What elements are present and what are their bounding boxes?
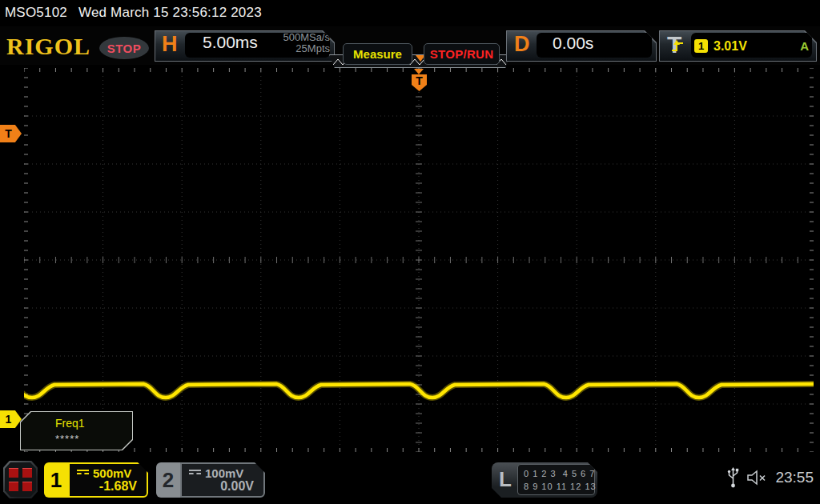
- trigger-level-marker[interactable]: T: [0, 125, 22, 142]
- channel1-level-marker[interactable]: 1: [0, 410, 22, 428]
- clock: 23:55: [775, 469, 814, 486]
- channel1-number: 1: [44, 462, 68, 498]
- trigger-level-value[interactable]: 3.01V: [713, 39, 747, 54]
- channel1-offset: -1.68V: [99, 479, 137, 494]
- rigol-logo: RIGOL: [6, 33, 90, 60]
- logic-label: L: [499, 467, 512, 492]
- rising-edge-icon: [670, 39, 685, 53]
- trigger-position-icon[interactable]: [414, 69, 424, 74]
- channel1-button[interactable]: 1 500mV -1.68V: [44, 462, 148, 498]
- channel2-offset: 0.00V: [220, 479, 254, 494]
- datetime: Wed March 15 23:56:12 2023: [78, 5, 262, 21]
- menu-grid-icon: [5, 462, 36, 497]
- oscilloscope-screen: MSO5102 Wed March 15 23:56:12 2023 RIGOL…: [0, 0, 820, 504]
- measurement-value: *****: [55, 433, 79, 445]
- titlebar: MSO5102 Wed March 15 23:56:12 2023: [0, 0, 820, 26]
- stop-run-button[interactable]: STOP/RUN: [424, 43, 500, 65]
- usb-icon: [727, 467, 739, 488]
- channel2-button[interactable]: 2 100mV 0.00V: [156, 462, 265, 498]
- speaker-muted-icon: [746, 470, 768, 486]
- dc-coupling-icon: [189, 470, 201, 477]
- logic-row2: 8 9 10 11 12 13 14 15: [524, 480, 594, 493]
- model-name: MSO5102: [5, 5, 67, 21]
- measurement-box[interactable]: Freq1 *****: [20, 411, 133, 450]
- logic-channels-button[interactable]: L 0 1 2 3 4 5 6 7 8 9 10 11 12 13 14 15: [492, 462, 597, 498]
- waveform-display[interactable]: [24, 68, 814, 452]
- logic-channel-list: 0 1 2 3 4 5 6 7 8 9 10 11 12 13 14 15: [517, 464, 595, 495]
- channel2-scale: 100mV: [205, 466, 243, 480]
- horizontal-panel[interactable]: H 5.00ms 500MSa/s 25Mpts: [155, 30, 335, 62]
- sample-rate: 500MSa/s: [283, 31, 330, 43]
- channel2-number: 2: [156, 462, 180, 498]
- logic-row1: 0 1 2 3 4 5 6 7: [524, 467, 594, 480]
- measurement-name: Freq1: [55, 417, 85, 430]
- menu-grid-button[interactable]: [3, 461, 38, 498]
- run-state-badge: STOP: [99, 37, 149, 59]
- delay-value[interactable]: 0.00s: [553, 34, 593, 53]
- delay-label: D: [514, 32, 530, 57]
- trigger-panel[interactable]: T 1 3.01V A: [659, 30, 817, 62]
- trigger-source-badge: 1: [694, 39, 708, 53]
- delay-panel[interactable]: D 0.00s: [506, 30, 657, 62]
- header-bar: RIGOL STOP H 5.00ms 500MSa/s 25Mpts Meas…: [0, 26, 820, 65]
- dc-coupling-icon: [77, 470, 89, 477]
- measure-button[interactable]: Measure: [343, 43, 412, 65]
- horizontal-label: H: [162, 32, 178, 57]
- channel1-scale: 500mV: [93, 466, 131, 480]
- memory-depth: 25Mpts: [295, 42, 330, 54]
- trigger-mode: A: [800, 39, 809, 53]
- scope-canvas: [24, 68, 814, 452]
- timebase-value[interactable]: 5.00ms: [203, 33, 258, 52]
- bottom-bar: 1 500mV -1.68V 2 100mV 0.00V L 0 1 2 3 4…: [0, 456, 820, 504]
